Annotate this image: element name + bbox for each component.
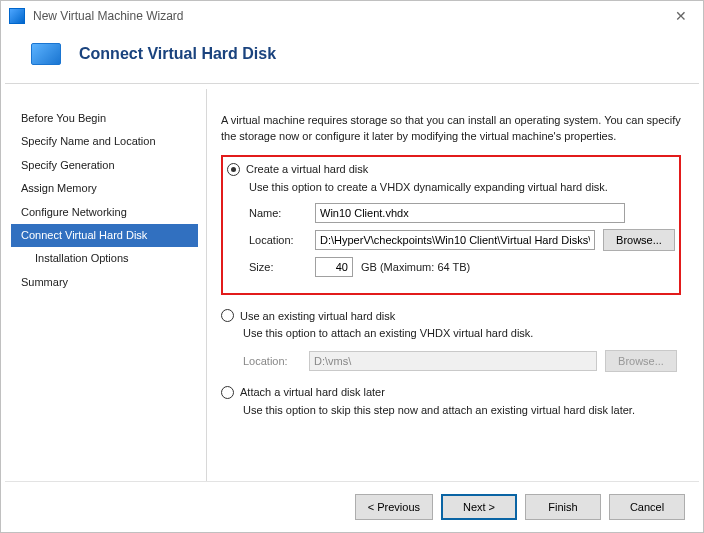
window-title: New Virtual Machine Wizard <box>33 9 667 23</box>
step-configure-networking[interactable]: Configure Networking <box>11 201 198 224</box>
radio-create-vhd[interactable] <box>227 163 240 176</box>
page-title: Connect Virtual Hard Disk <box>79 45 276 63</box>
wizard-content: A virtual machine requires storage so th… <box>215 89 693 481</box>
step-installation-options[interactable]: Installation Options <box>11 247 198 270</box>
radio-existing-vhd[interactable] <box>221 309 234 322</box>
location-label: Location: <box>249 234 307 246</box>
step-specify-generation[interactable]: Specify Generation <box>11 154 198 177</box>
size-input[interactable] <box>315 257 353 277</box>
wizard-steps-sidebar: Before You Begin Specify Name and Locati… <box>11 89 198 481</box>
name-input[interactable] <box>315 203 625 223</box>
wizard-icon <box>31 43 61 65</box>
close-icon[interactable]: ✕ <box>667 6 695 26</box>
app-icon <box>9 8 25 24</box>
titlebar: New Virtual Machine Wizard ✕ <box>1 1 703 31</box>
page-header: Connect Virtual Hard Disk <box>1 31 703 83</box>
highlight-box: Create a virtual hard disk Use this opti… <box>221 155 681 295</box>
next-button[interactable]: Next > <box>441 494 517 520</box>
existing-location-input <box>309 351 597 371</box>
radio-existing-label: Use an existing virtual hard disk <box>240 310 395 322</box>
radio-later-label: Attach a virtual hard disk later <box>240 386 385 398</box>
step-specify-name[interactable]: Specify Name and Location <box>11 130 198 153</box>
existing-browse-button: Browse... <box>605 350 677 372</box>
later-desc: Use this option to skip this step now an… <box>243 403 681 418</box>
vertical-divider <box>206 89 207 481</box>
radio-attach-later[interactable] <box>221 386 234 399</box>
location-input[interactable] <box>315 230 595 250</box>
existing-desc: Use this option to attach an existing VH… <box>243 326 681 341</box>
previous-button[interactable]: < Previous <box>355 494 433 520</box>
name-label: Name: <box>249 207 307 219</box>
browse-button[interactable]: Browse... <box>603 229 675 251</box>
existing-location-label: Location: <box>243 355 301 367</box>
step-connect-vhd[interactable]: Connect Virtual Hard Disk <box>11 224 198 247</box>
cancel-button[interactable]: Cancel <box>609 494 685 520</box>
wizard-window: New Virtual Machine Wizard ✕ Connect Vir… <box>0 0 704 533</box>
step-summary[interactable]: Summary <box>11 271 198 294</box>
step-assign-memory[interactable]: Assign Memory <box>11 177 198 200</box>
wizard-footer: < Previous Next > Finish Cancel <box>5 481 699 532</box>
size-suffix: GB (Maximum: 64 TB) <box>361 261 470 273</box>
intro-text: A virtual machine requires storage so th… <box>221 113 681 145</box>
radio-create-label: Create a virtual hard disk <box>246 163 368 175</box>
finish-button[interactable]: Finish <box>525 494 601 520</box>
create-desc: Use this option to create a VHDX dynamic… <box>249 180 675 195</box>
size-label: Size: <box>249 261 307 273</box>
step-before-you-begin[interactable]: Before You Begin <box>11 107 198 130</box>
